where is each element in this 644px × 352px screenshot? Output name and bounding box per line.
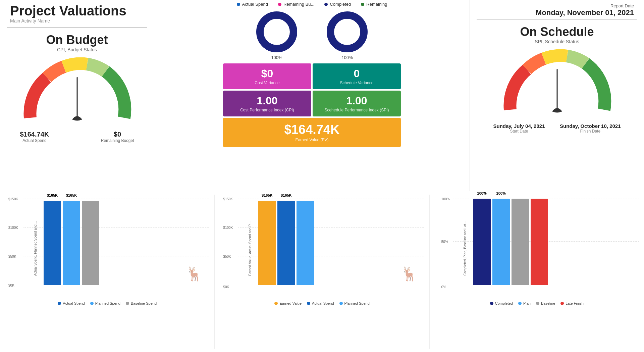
chart1-label-planned: Planned Spend (95, 301, 120, 305)
chart2-legend-actual: Actual Spend (307, 301, 334, 305)
gauge-values: $164.74K Actual Spend $0 Remaining Budge… (20, 131, 134, 143)
chart1-panel: Actual Spend, Planned Spend and ... $0K … (0, 195, 215, 349)
start-date-item: Sunday, July 04, 2021 Start Date (493, 123, 545, 134)
spi-label: Scehedule Performance Index (SPI) (318, 108, 395, 112)
cpi-card: 1.00 Cost Performance Index (CPI) (223, 91, 311, 116)
schedule-gauge (500, 49, 614, 120)
left-panel: Project Valuations Main Activity Name On… (0, 0, 154, 191)
chart1-label-actual: Actual Spend (63, 301, 85, 305)
chart2-label-ev: Earned Value (279, 301, 302, 305)
legend-label-completed: Completed (330, 2, 351, 7)
top-legend: Actual Spend Remaining Bu... Completed R… (237, 2, 387, 7)
chart1-legend: Actual Spend Planned Spend Baseline Spen… (58, 301, 157, 305)
chart2-legend: Earned Value Actual Spend Planned Spend (274, 301, 370, 305)
chart3-dot-completed (490, 302, 493, 305)
center-panel: Actual Spend Remaining Bu... Completed R… (154, 0, 470, 191)
legend-remaining-bu: Remaining Bu... (278, 2, 315, 7)
spi-value: 1.00 (318, 95, 395, 107)
chart3-label-plan: Plan (523, 301, 531, 305)
chart3-bar4 (531, 199, 548, 285)
chart2-panel: Earned Value, Actual Spend and Pl... $0K… (215, 195, 429, 349)
project-subtitle: Main Activity Name (10, 18, 147, 23)
chart1-bar3 (82, 201, 99, 285)
report-date-label: Report Date (477, 3, 634, 8)
legend-dot-completed (324, 3, 328, 6)
legend-label-actual: Actual Spend (242, 2, 268, 7)
chart2-bar1-label: $165K (262, 193, 272, 197)
cost-variance-card: $0 Cost Variance (223, 63, 311, 89)
legend-actual-spend: Actual Spend (237, 2, 268, 7)
schedule-variance-label: Schedule Variance (318, 81, 395, 85)
legend-remaining: Remaining (361, 2, 387, 7)
chart2-label-planned: Planned Spend (344, 301, 370, 305)
cpi-label: Cost Performance Index (CPI) (228, 108, 306, 112)
bottom-section: Actual Spend, Planned Spend and ... $0K … (0, 191, 644, 352)
chart1-bar1-label: $165K (47, 193, 58, 197)
finish-date-item: Sunday, October 10, 2021 Finish Date (560, 123, 621, 134)
cost-variance-value: $0 (228, 67, 306, 80)
legend-dot-remaining-bu (278, 3, 281, 6)
donut-actual-spend: 100% (255, 10, 299, 60)
chart3-label-completed: Completed (495, 301, 513, 305)
chart3-bar2-label: 100% (496, 191, 506, 195)
actual-spend-value: $164.74K Actual Spend (20, 131, 49, 143)
spi-card: 1.00 Scehedule Performance Index (SPI) (313, 91, 401, 116)
kpi-grid: $0 Cost Variance 0 Schedule Variance 1.0… (223, 63, 401, 147)
legend-label-remaining-bu: Remaining Bu... (283, 2, 315, 7)
schedule-dates: Sunday, July 04, 2021 Start Date Sunday,… (493, 123, 621, 134)
schedule-status-subtitle: SPI, Schedule Status (535, 39, 579, 44)
chart3-panel: Completed, Plan, Baseline and Lat... 0% … (430, 195, 644, 349)
chart3-bar1-label: 100% (477, 191, 487, 195)
chart3-legend-late-finish: Late Finish (560, 301, 584, 305)
chart2-dot-planned (339, 302, 343, 305)
chart2-bar1 (258, 201, 276, 285)
legend-completed: Completed (324, 2, 351, 7)
schedule-variance-card: 0 Schedule Variance (313, 63, 401, 89)
chart1-legend-baseline: Baseline Spend (126, 301, 157, 305)
cost-variance-label: Cost Variance (228, 81, 306, 85)
legend-label-remaining: Remaining (366, 2, 387, 7)
chart3-dot-baseline (536, 302, 539, 305)
chart3-bar2 (492, 199, 510, 285)
start-date-label: Start Date (493, 129, 545, 134)
chart1-bar1 (44, 201, 61, 285)
chart3-legend-plan: Plan (518, 301, 531, 305)
chart1-legend-planned: Planned Spend (90, 301, 120, 305)
chart2-dot-ev (274, 302, 278, 305)
donut1-pct: 100% (271, 55, 282, 60)
legend-dot-actual (237, 3, 240, 6)
chart2-bar2 (277, 201, 295, 285)
finish-date-label: Finish Date (560, 129, 621, 134)
chart2-icon: 🦌 (401, 266, 418, 282)
ev-label: Earned Value (EV) (228, 138, 395, 142)
chart2-legend-ev: Earned Value (274, 301, 302, 305)
donuts-row: 100% 100% (255, 10, 369, 60)
remaining-budget-value: $0 Remaining Budget (101, 131, 134, 143)
finish-date-value: Sunday, October 10, 2021 (560, 123, 621, 129)
budget-status-title: On Budget (46, 33, 108, 47)
budget-gauge (20, 57, 134, 128)
chart3-legend-baseline: Baseline (536, 301, 555, 305)
chart1-bar2 (63, 201, 80, 285)
chart1-dot-baseline (126, 302, 129, 305)
chart1-icon: 🦌 (186, 266, 203, 282)
chart3-bar1 (473, 199, 491, 285)
ev-value: $164.74K (228, 122, 395, 137)
top-section: Project Valuations Main Activity Name On… (0, 0, 644, 191)
chart2-bar2-label: $165K (281, 193, 291, 197)
chart2-legend-planned: Planned Spend (339, 301, 370, 305)
chart3-bar3 (512, 199, 529, 285)
chart2-label-actual: Actual Spend (312, 301, 334, 305)
cpi-value: 1.00 (228, 95, 306, 107)
chart3-label-baseline: Baseline (541, 301, 555, 305)
chart3-legend: Completed Plan Baseline Late Finish (490, 301, 584, 305)
chart1-label-baseline: Baseline Spend (131, 301, 157, 305)
schedule-variance-value: 0 (318, 67, 395, 80)
svg-point-3 (264, 19, 289, 45)
chart2-dot-actual (307, 302, 310, 305)
chart3-dot-plan (518, 302, 522, 305)
start-date-value: Sunday, July 04, 2021 (493, 123, 545, 129)
project-title: Project Valuations (10, 3, 147, 18)
dashboard: Project Valuations Main Activity Name On… (0, 0, 644, 352)
donut2-pct: 100% (341, 55, 353, 60)
